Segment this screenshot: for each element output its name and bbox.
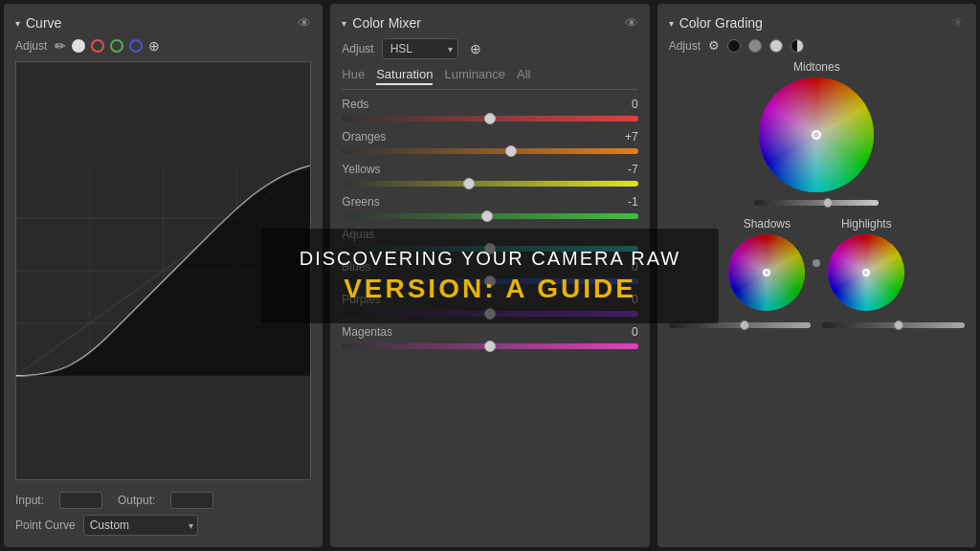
yellows-label: Yellows bbox=[342, 163, 380, 176]
aquas-slider-row: Aquas bbox=[342, 228, 637, 254]
yellows-value: -7 bbox=[614, 163, 638, 176]
purples-slider-row: Purples 0 bbox=[342, 293, 637, 320]
tab-saturation[interactable]: Saturation bbox=[376, 67, 433, 85]
mixer-mode-select[interactable]: HSL Color bbox=[382, 38, 458, 59]
green-channel-icon[interactable] bbox=[110, 39, 123, 53]
mixer-panel-header: ▾ Color Mixer 👁 bbox=[342, 15, 637, 31]
mixer-target-icon[interactable]: ⊕ bbox=[470, 41, 481, 56]
tab-all[interactable]: All bbox=[517, 67, 530, 85]
input-output-row: Input: Output: bbox=[15, 492, 311, 509]
color-mixer-panel: ▾ Color Mixer 👁 Adjust HSL Color ⊕ Hue S… bbox=[330, 4, 649, 547]
pencil-icon[interactable]: ✏ bbox=[55, 38, 66, 54]
cg-highlights-slider[interactable] bbox=[822, 322, 965, 328]
blues-label: Blues bbox=[342, 260, 370, 274]
cg-midtones-label: Midtones bbox=[793, 60, 840, 74]
curve-adjust-label: Adjust bbox=[15, 39, 47, 53]
curve-chevron-icon: ▾ bbox=[15, 18, 20, 29]
cg-highlights-item: Highlights bbox=[828, 217, 904, 311]
aquas-track[interactable] bbox=[342, 246, 637, 252]
purples-track[interactable] bbox=[342, 311, 637, 317]
oranges-thumb[interactable] bbox=[505, 145, 517, 157]
panels-container: ▾ Curve 👁 Adjust ✏ ⊕ bbox=[0, 0, 980, 551]
cg-adjust-row: Adjust ⚙ bbox=[669, 38, 965, 53]
reds-track[interactable] bbox=[342, 116, 637, 121]
cg-shadows-highlights: Shadows Highlights bbox=[669, 217, 965, 311]
red-channel-icon[interactable] bbox=[91, 39, 104, 53]
greens-thumb[interactable] bbox=[481, 210, 493, 222]
input-label: Input: bbox=[15, 494, 44, 507]
cg-highlights-label: Highlights bbox=[841, 217, 892, 231]
blues-track[interactable] bbox=[342, 278, 637, 284]
reds-slider-row: Reds 0 bbox=[342, 98, 637, 124]
curve-canvas[interactable] bbox=[15, 61, 311, 480]
yellows-track[interactable] bbox=[342, 181, 637, 187]
magentas-thumb[interactable] bbox=[484, 341, 496, 352]
midtones-wheel-dot bbox=[812, 130, 821, 140]
midtones-lum-thumb[interactable] bbox=[823, 198, 833, 208]
curve-adjust-icons: ✏ ⊕ bbox=[55, 38, 160, 54]
tab-luminance[interactable]: Luminance bbox=[444, 67, 505, 85]
cg-title-row: ▾ Color Grading bbox=[669, 15, 763, 31]
cg-contrast-icon[interactable] bbox=[791, 39, 804, 53]
mixer-visibility-icon[interactable]: 👁 bbox=[625, 15, 638, 31]
reds-thumb[interactable] bbox=[484, 113, 496, 124]
cg-black-icon[interactable] bbox=[727, 39, 741, 53]
cg-white-icon[interactable] bbox=[769, 39, 783, 53]
mixer-tabs: Hue Saturation Luminance All bbox=[342, 67, 637, 90]
output-field[interactable] bbox=[170, 492, 213, 509]
reds-value: 0 bbox=[614, 98, 638, 111]
cg-panel-title: Color Grading bbox=[679, 15, 763, 31]
reds-label: Reds bbox=[342, 98, 368, 111]
curve-visibility-icon[interactable]: 👁 bbox=[298, 15, 311, 31]
curve-bottom-controls: Input: Output: Point Curve Custom Linear… bbox=[15, 492, 311, 536]
magentas-slider-row: Magentas 0 bbox=[342, 325, 637, 352]
cg-highlights-slider-thumb[interactable] bbox=[894, 320, 903, 330]
aquas-thumb[interactable] bbox=[484, 243, 496, 254]
cg-visibility-icon[interactable]: 👁 bbox=[951, 15, 965, 31]
cg-middle-dot bbox=[813, 259, 820, 267]
greens-track[interactable] bbox=[342, 213, 637, 219]
purples-value: 0 bbox=[614, 293, 638, 306]
white-channel-icon[interactable] bbox=[72, 39, 85, 53]
cg-shadows-wheel[interactable] bbox=[728, 234, 805, 311]
curve-panel: ▾ Curve 👁 Adjust ✏ ⊕ bbox=[4, 4, 323, 547]
cg-midtones-section: Midtones bbox=[669, 60, 965, 206]
magentas-track[interactable] bbox=[342, 343, 637, 349]
curve-adjust-row: Adjust ✏ ⊕ bbox=[15, 38, 311, 54]
blues-thumb[interactable] bbox=[484, 276, 496, 287]
purples-thumb[interactable] bbox=[484, 308, 496, 320]
mixer-adjust-label: Adjust bbox=[342, 42, 373, 55]
tab-hue[interactable]: Hue bbox=[342, 67, 365, 85]
midtones-luminance-slider[interactable] bbox=[754, 200, 879, 206]
purples-label: Purples bbox=[342, 293, 381, 306]
cg-shadows-slider[interactable] bbox=[669, 322, 812, 328]
input-field[interactable] bbox=[59, 492, 102, 509]
highlights-wheel-dot bbox=[862, 269, 870, 276]
magentas-value: 0 bbox=[614, 325, 638, 339]
oranges-label: Oranges bbox=[342, 130, 386, 143]
mixer-chevron-icon: ▾ bbox=[342, 18, 346, 29]
mixer-select-wrapper: HSL Color bbox=[382, 38, 458, 59]
mixer-adjust-row: Adjust HSL Color ⊕ bbox=[342, 38, 637, 59]
mixer-sliders-container: Reds 0 Oranges +7 Yellows bbox=[342, 98, 637, 536]
shadows-wheel-dot bbox=[763, 269, 770, 276]
cg-shadows-label: Shadows bbox=[744, 217, 791, 231]
mixer-panel-title: Color Mixer bbox=[352, 15, 421, 31]
yellows-thumb[interactable] bbox=[463, 178, 475, 189]
oranges-track[interactable] bbox=[342, 148, 637, 154]
point-curve-label: Point Curve bbox=[15, 518, 76, 532]
blue-channel-icon[interactable] bbox=[129, 39, 143, 53]
cg-grey-icon[interactable] bbox=[748, 39, 762, 53]
cg-shadows-slider-thumb[interactable] bbox=[740, 320, 749, 330]
greens-slider-row: Greens -1 bbox=[342, 195, 637, 222]
mixer-title-row: ▾ Color Mixer bbox=[342, 15, 421, 31]
cg-channels-icon[interactable]: ⚙ bbox=[708, 38, 720, 53]
curve-grid-svg bbox=[16, 62, 310, 479]
cg-midtones-wheel[interactable] bbox=[759, 77, 874, 192]
point-curve-select-wrapper: Custom Linear Medium Contrast Strong Con… bbox=[83, 515, 198, 536]
cg-bottom-sliders bbox=[669, 322, 965, 328]
point-curve-select[interactable]: Custom Linear Medium Contrast Strong Con… bbox=[83, 515, 198, 536]
cg-highlights-wheel[interactable] bbox=[828, 234, 904, 311]
greens-value: -1 bbox=[614, 195, 638, 209]
target-icon[interactable]: ⊕ bbox=[148, 38, 160, 54]
